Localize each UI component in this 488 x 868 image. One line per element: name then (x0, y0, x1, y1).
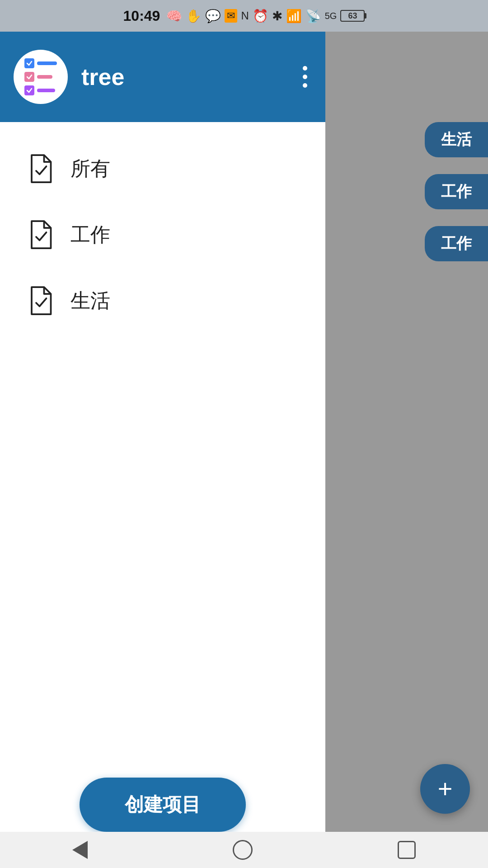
signal-icon: 📶 (286, 9, 302, 24)
nfc-icon: N (241, 9, 249, 22)
hand-icon: ✋ (186, 9, 202, 24)
status-icons: 🧠 ✋ 💬 ✉ N ⏰ ✱ 📶 📡 5G 63 (166, 9, 365, 24)
more-vertical-icon[interactable] (298, 61, 312, 92)
tag-life[interactable]: 生活 (425, 122, 488, 157)
email-icon: ✉ (225, 9, 237, 23)
drawer-item-all[interactable]: 所有 (0, 136, 325, 202)
android-nav-bar (0, 832, 488, 868)
drawer-header: tree (0, 32, 325, 122)
drawer-item-life-label: 生活 (70, 288, 110, 314)
drawer-list: 所有 工作 生活 (0, 122, 325, 760)
drawer-item-all-label: 所有 (70, 156, 110, 182)
file-check-icon-life (27, 285, 54, 316)
bluetooth-icon: ✱ (272, 9, 282, 24)
file-check-icon-work (27, 219, 54, 250)
logo-check-2 (24, 72, 34, 82)
file-check-icon-all (27, 153, 54, 184)
battery-indicator: 63 (340, 10, 365, 22)
drawer-panel: tree 所有 (0, 32, 325, 868)
drawer-item-life[interactable]: 生活 (0, 268, 325, 334)
home-icon[interactable] (233, 840, 253, 860)
recents-icon[interactable] (398, 841, 416, 859)
logo-check-3 (24, 85, 34, 95)
fab-add-button[interactable]: + (420, 764, 470, 814)
drawer-item-work[interactable]: 工作 (0, 202, 325, 268)
create-project-button[interactable]: 创建项目 (80, 778, 246, 832)
tag-work-2[interactable]: 工作 (425, 226, 488, 261)
logo-check-1 (24, 58, 34, 68)
plus-icon: + (438, 776, 453, 802)
app-wrapper: 生活 工作 工作 + (0, 32, 488, 868)
message-icon: 💬 (205, 9, 221, 24)
network-icon: 5G (325, 11, 337, 21)
logo-bar-3 (37, 89, 55, 92)
brain-icon: 🧠 (166, 9, 182, 24)
app-title: tree (81, 63, 124, 90)
logo-bar-1 (37, 61, 57, 65)
wifi-icon: 📡 (305, 9, 321, 24)
battery-level: 63 (348, 11, 357, 21)
logo-bar-2 (37, 75, 52, 79)
app-logo (14, 50, 68, 104)
status-bar: 10:49 🧠 ✋ 💬 ✉ N ⏰ ✱ 📶 📡 5G 63 (0, 0, 488, 32)
status-time: 10:49 (123, 8, 160, 24)
back-icon[interactable] (72, 841, 88, 859)
alarm-icon: ⏰ (253, 9, 268, 24)
drawer-item-work-label: 工作 (70, 222, 110, 248)
tag-work-1[interactable]: 工作 (425, 174, 488, 209)
